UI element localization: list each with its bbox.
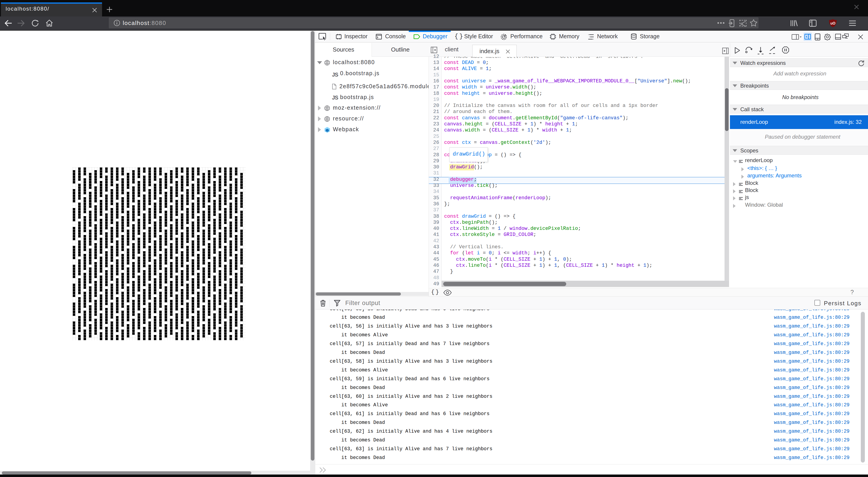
svg-text:uO: uO [830, 21, 835, 25]
